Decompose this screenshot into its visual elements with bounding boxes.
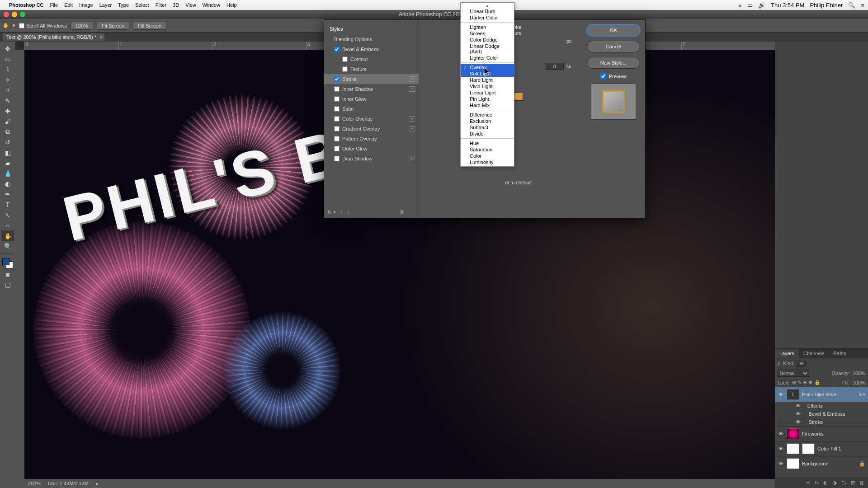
layer-thumbnail[interactable]: T: [787, 389, 799, 400]
add-icon[interactable]: +: [409, 116, 415, 122]
zoom-level-button[interactable]: 100%: [71, 22, 93, 30]
spotlight-icon[interactable]: 🔍: [848, 2, 855, 9]
layer-thumbnail[interactable]: [787, 428, 799, 439]
bevel-emboss-item[interactable]: Bevel & Emboss: [324, 44, 419, 54]
layer-effect-item[interactable]: 👁 Bevel & Emboss: [775, 410, 868, 418]
blend-mode-option[interactable]: Color Dodge: [461, 37, 514, 43]
layer-mask-thumbnail[interactable]: [802, 443, 815, 454]
history-brush-tool-icon[interactable]: ↺: [1, 137, 14, 147]
menu-view[interactable]: View: [185, 2, 196, 8]
eraser-tool-icon[interactable]: ◧: [1, 147, 14, 158]
cancel-button[interactable]: Cancel: [587, 41, 640, 52]
add-icon[interactable]: +: [409, 76, 415, 82]
opacity-input[interactable]: 0: [546, 63, 564, 70]
menu-layer[interactable]: Layer: [99, 2, 112, 8]
marquee-tool-icon[interactable]: ▭: [1, 54, 14, 64]
layer-row[interactable]: 👁 T Phil's bike store fx ▾: [775, 387, 868, 402]
outer-glow-item[interactable]: Outer Glow: [324, 144, 419, 154]
preview-checkbox[interactable]: Preview: [600, 73, 627, 79]
status-zoom[interactable]: 200%: [28, 481, 41, 486]
app-name[interactable]: Photoshop CC: [9, 2, 43, 8]
tab-channels[interactable]: Channels: [799, 349, 829, 358]
mask-icon[interactable]: ◐: [823, 480, 828, 486]
visibility-icon[interactable]: 👁: [778, 446, 784, 451]
wifi-icon[interactable]: ⏚: [738, 2, 742, 9]
inner-glow-item[interactable]: Inner Glow: [324, 94, 419, 104]
layer-filter-select[interactable]: [796, 360, 806, 367]
scroll-all-checkbox[interactable]: Scroll All Windows: [19, 23, 67, 28]
blend-mode-option[interactable]: Saturation: [461, 146, 514, 153]
layer-thumbnail[interactable]: [787, 458, 799, 469]
ok-button[interactable]: OK: [587, 24, 640, 36]
layer-thumbnail[interactable]: [787, 443, 799, 454]
hand-tool-icon[interactable]: ✋: [3, 23, 9, 28]
new-style-button[interactable]: New Style...: [587, 57, 640, 69]
blend-mode-option[interactable]: Pin Light: [461, 96, 514, 102]
menu-image[interactable]: Image: [79, 2, 93, 8]
menu-help[interactable]: Help: [226, 2, 237, 8]
menu-icon[interactable]: ≡: [861, 2, 864, 9]
layer-row[interactable]: 👁 Color Fill 1: [775, 441, 868, 456]
styles-header[interactable]: Styles: [324, 23, 419, 34]
blending-options-item[interactable]: Blending Options: [324, 34, 419, 44]
blend-mode-option[interactable]: Darker Color: [461, 14, 514, 21]
folder-icon[interactable]: 🗀: [841, 480, 846, 485]
blend-mode-option[interactable]: Vivid Light: [461, 83, 514, 89]
shape-tool-icon[interactable]: ○: [1, 220, 14, 230]
blend-mode-option[interactable]: Color: [461, 153, 514, 159]
adjustment-icon[interactable]: ◑: [832, 480, 837, 486]
layer-row[interactable]: 👁 Fireworks: [775, 426, 868, 441]
minimize-window-icon[interactable]: [12, 12, 17, 17]
add-icon[interactable]: +: [409, 86, 415, 92]
menu-window[interactable]: Window: [203, 2, 220, 8]
gradient-overlay-item[interactable]: Gradient Overlay+: [324, 124, 419, 134]
quick-mask-icon[interactable]: ◙: [1, 269, 14, 279]
blend-mode-option[interactable]: Lighten: [461, 24, 514, 30]
blend-mode-option[interactable]: Hard Light: [461, 77, 514, 83]
color-overlay-item[interactable]: Color Overlay+: [324, 114, 419, 124]
blend-mode-option[interactable]: Exclusion: [461, 118, 514, 124]
fit-screen-button[interactable]: Fit Screen: [97, 22, 129, 30]
gradient-tool-icon[interactable]: ▰: [1, 158, 14, 168]
eyedropper-tool-icon[interactable]: ✎: [1, 95, 14, 106]
stroke-item[interactable]: Stroke+: [324, 74, 419, 84]
down-arrow-icon[interactable]: ↓: [347, 209, 350, 215]
reset-default-button[interactable]: et to Default: [505, 180, 532, 185]
layer-row[interactable]: 👁 Background 🔒: [775, 456, 868, 471]
blend-mode-select[interactable]: Normal: [778, 370, 809, 377]
trash-icon[interactable]: 🗑: [400, 209, 405, 215]
blend-mode-option[interactable]: Linear Burn: [461, 8, 514, 14]
scroll-up-icon[interactable]: ▲: [461, 4, 514, 8]
dodge-tool-icon[interactable]: ◐: [1, 178, 14, 189]
document-tab[interactable]: Text @ 200% (Phil's bike store, RGB/8) *: [3, 33, 104, 41]
color-swatch[interactable]: [2, 258, 13, 269]
menu-select[interactable]: Select: [135, 2, 149, 8]
ruler-vertical[interactable]: [15, 50, 24, 488]
inner-shadow-item[interactable]: Inner Shadow+: [324, 84, 419, 94]
visibility-icon[interactable]: 👁: [778, 431, 784, 436]
tab-paths[interactable]: Paths: [829, 349, 851, 358]
up-arrow-icon[interactable]: ↑: [340, 209, 343, 215]
add-icon[interactable]: +: [409, 126, 415, 131]
blend-mode-option[interactable]: Linear Light: [461, 89, 514, 96]
drop-shadow-item[interactable]: Drop Shadow+: [324, 154, 419, 164]
clock[interactable]: Thu 3:54 PM: [771, 2, 804, 9]
blend-mode-option[interactable]: Hard Mix: [461, 102, 514, 108]
menu-3d[interactable]: 3D: [173, 2, 179, 8]
blend-mode-option[interactable]: Hue: [461, 140, 514, 146]
tab-layers[interactable]: Layers: [775, 349, 799, 358]
layer-effect-item[interactable]: 👁 Stroke: [775, 418, 868, 426]
blend-mode-option[interactable]: Divide: [461, 131, 514, 137]
fx-icon[interactable]: fx: [815, 480, 819, 485]
fill-screen-button[interactable]: Fill Screen: [133, 22, 166, 30]
close-window-icon[interactable]: [4, 12, 9, 17]
new-layer-icon[interactable]: ⊞: [851, 480, 855, 486]
battery-icon[interactable]: ▭: [747, 2, 753, 9]
pen-tool-icon[interactable]: ✒: [1, 189, 14, 199]
zoom-tool-icon[interactable]: 🔍: [1, 241, 14, 251]
crop-tool-icon[interactable]: ⌗: [1, 85, 14, 95]
brush-tool-icon[interactable]: 🖌: [1, 116, 14, 127]
magic-wand-tool-icon[interactable]: ✧: [1, 75, 14, 85]
blur-tool-icon[interactable]: 💧: [1, 168, 14, 178]
pattern-overlay-item[interactable]: Pattern Overlay: [324, 134, 419, 144]
